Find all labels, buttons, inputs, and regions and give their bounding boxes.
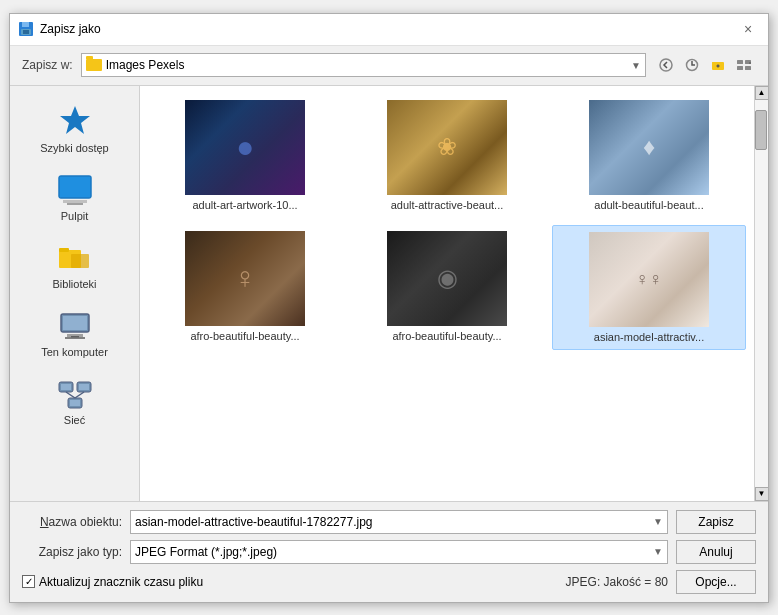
svg-rect-16 [63, 200, 87, 203]
filename-dropdown-arrow[interactable]: ▼ [653, 516, 663, 527]
file-item-5[interactable]: afro-beautiful-beauty... [350, 225, 544, 350]
sidebar-item-quick-access-label: Szybki dostęp [40, 142, 108, 154]
nav-buttons [654, 53, 756, 77]
sidebar-item-desktop[interactable]: Pulpit [14, 166, 135, 230]
svg-rect-20 [59, 248, 69, 252]
svg-rect-26 [71, 336, 79, 338]
sidebar-item-computer[interactable]: Ten komputer [14, 302, 135, 366]
sidebar-item-desktop-label: Pulpit [61, 210, 89, 222]
filename-label: Nazwa obiektu: [22, 515, 122, 529]
thumbnail-3 [589, 100, 709, 195]
folder-icon [86, 59, 102, 71]
file-item-6[interactable]: asian-model-attractiv... [552, 225, 746, 350]
svg-rect-21 [71, 254, 89, 268]
filetype-row: Zapisz jako typ: JPEG Format (*.jpg;*.jp… [22, 540, 756, 564]
svg-rect-12 [737, 66, 743, 70]
options-button[interactable]: Opcje... [676, 570, 756, 594]
bottom-area: Nazwa obiektu: asian-model-attractive-be… [10, 501, 768, 602]
combo-arrow-icon: ▼ [631, 60, 641, 71]
title-bar-left: Zapisz jako [18, 21, 101, 37]
svg-rect-1 [22, 22, 29, 27]
svg-rect-7 [712, 62, 717, 65]
file-item-1[interactable]: adult-art-artwork-10... [148, 94, 342, 217]
sidebar-item-quick-access[interactable]: Szybki dostęp [14, 94, 135, 162]
svg-point-4 [660, 59, 672, 71]
sidebar: Szybki dostęp Pulpit Bibliote [10, 86, 140, 501]
sidebar-item-computer-label: Ten komputer [41, 346, 108, 358]
filename-label-text: azwa obiektu: [49, 515, 122, 529]
update-timestamp-checkbox[interactable]: ✓ [22, 575, 35, 588]
svg-rect-23 [63, 316, 87, 330]
svg-rect-15 [59, 176, 91, 198]
file-item-2[interactable]: adult-attractive-beaut... [350, 94, 544, 217]
libraries-icon [57, 242, 93, 274]
sidebar-item-libraries[interactable]: Biblioteki [14, 234, 135, 298]
dialog: Zapisz jako × Zapisz w: Images Pexels ▼ [9, 13, 769, 603]
file-label-2: adult-attractive-beaut... [391, 199, 504, 211]
recent-icon [685, 58, 699, 72]
checkbox-row: ✓ Aktualizuj znacznik czasu pliku JPEG: … [22, 570, 756, 594]
back-button[interactable] [654, 53, 678, 77]
view-button[interactable] [732, 53, 756, 77]
thumbnail-4 [185, 231, 305, 326]
svg-line-34 [75, 392, 84, 398]
checkbox-wrap: ✓ Aktualizuj znacznik czasu pliku [22, 575, 203, 589]
file-label-4: afro-beautiful-beauty... [190, 330, 299, 342]
main-area: Szybki dostęp Pulpit Bibliote [10, 86, 768, 501]
scroll-track[interactable] [755, 100, 768, 487]
sidebar-item-libraries-label: Biblioteki [52, 278, 96, 290]
jpeg-quality-text: JPEG: Jakość = 80 [566, 575, 668, 589]
dialog-title: Zapisz jako [40, 22, 101, 36]
file-label-6: asian-model-attractiv... [594, 331, 704, 343]
thumbnail-6 [589, 232, 709, 327]
network-icon [57, 378, 93, 410]
location-combo[interactable]: Images Pexels ▼ [81, 53, 646, 77]
filename-input[interactable]: asian-model-attractive-beautiful-1782277… [130, 510, 668, 534]
content-area: adult-art-artwork-10... adult-attractive… [140, 86, 768, 501]
thumbnail-5 [387, 231, 507, 326]
new-folder-button[interactable] [706, 53, 730, 77]
scroll-up-button[interactable]: ▲ [755, 86, 769, 100]
filename-row: Nazwa obiektu: asian-model-attractive-be… [22, 510, 756, 534]
svg-rect-13 [745, 66, 751, 70]
filetype-label: Zapisz jako typ: [22, 545, 122, 559]
sidebar-item-network-label: Sieć [64, 414, 85, 426]
thumbnail-1 [185, 100, 305, 195]
filename-value: asian-model-attractive-beautiful-1782277… [135, 515, 372, 529]
file-label-5: afro-beautiful-beauty... [392, 330, 501, 342]
scrollbar: ▲ ▼ [754, 86, 768, 501]
recent-button[interactable] [680, 53, 704, 77]
filetype-dropdown-arrow[interactable]: ▼ [653, 546, 663, 557]
computer-icon [57, 310, 93, 342]
new-folder-icon [711, 58, 725, 72]
file-item-4[interactable]: afro-beautiful-beauty... [148, 225, 342, 350]
back-icon [659, 58, 673, 72]
svg-rect-32 [70, 400, 80, 406]
svg-line-33 [66, 392, 75, 398]
thumbnail-2 [387, 100, 507, 195]
location-text: Images Pexels [106, 58, 185, 72]
content-with-scroll: adult-art-artwork-10... adult-attractive… [140, 86, 768, 501]
title-bar: Zapisz jako × [10, 14, 768, 46]
svg-rect-28 [61, 384, 71, 390]
file-grid: adult-art-artwork-10... adult-attractive… [140, 86, 754, 501]
filetype-combo[interactable]: JPEG Format (*.jpg;*.jpeg) ▼ [130, 540, 668, 564]
scroll-thumb[interactable] [755, 110, 767, 150]
save-button[interactable]: Zapisz [676, 510, 756, 534]
cancel-button[interactable]: Anuluj [676, 540, 756, 564]
checkbox-label: Aktualizuj znacznik czasu pliku [39, 575, 203, 589]
file-label-1: adult-art-artwork-10... [192, 199, 297, 211]
desktop-icon [57, 174, 93, 206]
file-item-3[interactable]: adult-beautiful-beaut... [552, 94, 746, 217]
save-in-label: Zapisz w: [22, 58, 73, 72]
filetype-value: JPEG Format (*.jpg;*.jpeg) [135, 545, 277, 559]
svg-rect-17 [67, 203, 83, 205]
svg-marker-14 [60, 106, 90, 134]
svg-rect-30 [79, 384, 89, 390]
scroll-down-button[interactable]: ▼ [755, 487, 769, 501]
svg-rect-3 [23, 30, 29, 34]
sidebar-item-network[interactable]: Sieć [14, 370, 135, 434]
view-icon [736, 58, 752, 72]
quick-access-icon [57, 102, 93, 138]
close-button[interactable]: × [736, 17, 760, 41]
